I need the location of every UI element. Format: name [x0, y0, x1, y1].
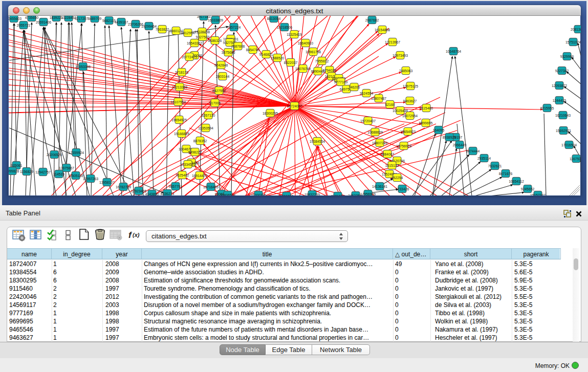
svg-text:18807249: 18807249 — [372, 141, 387, 145]
svg-text:20772475: 20772475 — [182, 55, 197, 59]
svg-text:8938928: 8938928 — [443, 136, 456, 139]
svg-text:5682115: 5682115 — [102, 19, 116, 23]
svg-text:16543362: 16543362 — [187, 41, 202, 45]
svg-text:12923465: 12923465 — [131, 189, 146, 193]
svg-text:15720407: 15720407 — [360, 119, 376, 123]
svg-text:1588520: 1588520 — [271, 56, 285, 60]
svg-text:24532561: 24532561 — [348, 194, 363, 196]
svg-text:7625402: 7625402 — [176, 173, 189, 177]
svg-text:10807487: 10807487 — [371, 97, 386, 100]
svg-text:11325419: 11325419 — [287, 33, 302, 36]
svg-text:9777169: 9777169 — [334, 80, 348, 84]
svg-text:2935114: 2935114 — [477, 157, 491, 160]
svg-text:19299464: 19299464 — [141, 25, 157, 28]
svg-text:5498222: 5498222 — [188, 150, 202, 154]
svg-text:10648764: 10648764 — [446, 50, 461, 53]
svg-text:7955812: 7955812 — [315, 59, 329, 63]
svg-text:10961758: 10961758 — [306, 50, 321, 54]
svg-text:13975125: 13975125 — [403, 84, 418, 88]
svg-text:20813640: 20813640 — [571, 28, 581, 31]
svg-text:62160: 62160 — [385, 103, 395, 106]
svg-text:(x): (x) — [133, 232, 140, 238]
svg-text:16640910: 16640910 — [298, 41, 313, 45]
svg-text:16033809: 16033809 — [208, 18, 223, 22]
svg-text:8912954: 8912954 — [181, 31, 195, 35]
svg-text:10654112: 10654112 — [509, 180, 524, 183]
svg-text:8215955: 8215955 — [540, 106, 554, 110]
svg-text:9463627: 9463627 — [403, 99, 417, 103]
svg-text:22455603: 22455603 — [9, 17, 21, 20]
svg-text:1167531: 1167531 — [570, 157, 581, 161]
svg-text:15692971: 15692971 — [556, 129, 571, 133]
svg-text:9327503: 9327503 — [196, 35, 210, 39]
svg-text:10228452: 10228452 — [61, 16, 76, 19]
svg-text:9242848: 9242848 — [214, 63, 228, 67]
svg-text:8322037: 8322037 — [284, 61, 298, 64]
svg-text:2718176: 2718176 — [175, 71, 189, 74]
svg-text:15716485: 15716485 — [203, 185, 219, 189]
svg-text:8489709: 8489709 — [88, 17, 102, 20]
svg-text:16107554: 16107554 — [170, 100, 186, 104]
svg-text:10025438: 10025438 — [393, 109, 408, 113]
svg-text:8186326: 8186326 — [208, 39, 222, 42]
svg-text:9227342: 9227342 — [555, 69, 569, 73]
svg-text:8471676: 8471676 — [499, 172, 513, 176]
svg-text:7485063: 7485063 — [399, 69, 413, 73]
svg-text:12942757: 12942757 — [35, 170, 51, 174]
svg-text:1244415: 1244415 — [553, 99, 567, 102]
svg-text:9245652: 9245652 — [521, 187, 535, 191]
svg-text:16072954: 16072954 — [402, 114, 418, 118]
svg-text:1156829: 1156829 — [20, 170, 33, 173]
svg-text:15157347: 15157347 — [530, 193, 546, 196]
svg-text:2803144: 2803144 — [216, 75, 230, 78]
svg-text:13975867: 13975867 — [59, 166, 74, 170]
svg-text:2687608: 2687608 — [231, 45, 245, 48]
svg-text:19756928: 19756928 — [396, 144, 411, 148]
svg-text:8454749: 8454749 — [246, 48, 260, 52]
svg-text:7671884: 7671884 — [331, 194, 345, 196]
svg-text:252254: 252254 — [391, 176, 403, 180]
svg-text:14136141: 14136141 — [372, 185, 387, 188]
svg-text:10334531: 10334531 — [180, 163, 195, 166]
svg-text:8813054: 8813054 — [267, 17, 281, 20]
svg-text:1999828: 1999828 — [9, 169, 19, 173]
svg-text:16154808: 16154808 — [375, 28, 390, 32]
svg-text:12093872: 12093872 — [552, 84, 567, 87]
svg-text:8878352: 8878352 — [193, 139, 207, 143]
svg-text:9115460: 9115460 — [420, 106, 433, 110]
svg-text:7632621: 7632621 — [488, 164, 502, 168]
svg-text:935061: 935061 — [11, 164, 23, 167]
svg-text:16210643: 16210643 — [555, 114, 571, 117]
svg-text:9217207: 9217207 — [75, 17, 89, 20]
svg-text:13958107: 13958107 — [99, 181, 115, 184]
svg-text:9899695: 9899695 — [419, 121, 433, 125]
svg-text:4439167: 4439167 — [115, 20, 128, 24]
svg-text:9884067: 9884067 — [381, 152, 395, 156]
svg-text:12505135: 12505135 — [68, 174, 83, 178]
svg-text:8427552: 8427552 — [212, 89, 226, 93]
svg-text:1733426: 1733426 — [396, 187, 409, 191]
svg-text:9329966: 9329966 — [560, 55, 574, 58]
svg-text:9857791: 9857791 — [169, 185, 183, 188]
svg-text:19166825: 19166825 — [174, 132, 189, 136]
svg-text:917006: 917006 — [209, 101, 221, 105]
svg-text:2066449: 2066449 — [453, 143, 467, 147]
svg-text:2055721: 2055721 — [17, 24, 31, 27]
svg-text:2087682: 2087682 — [365, 18, 379, 22]
svg-text:16782759: 16782759 — [116, 185, 131, 189]
svg-text:16914479: 16914479 — [192, 174, 207, 178]
svg-text:19384554: 19384554 — [310, 140, 325, 143]
svg-text:20691406: 20691406 — [36, 20, 51, 24]
svg-text:6794028: 6794028 — [323, 69, 337, 72]
svg-text:8336273: 8336273 — [161, 192, 175, 195]
svg-text:1615132: 1615132 — [385, 164, 399, 167]
svg-text:3875685: 3875685 — [222, 51, 235, 54]
svg-text:114519: 114519 — [53, 172, 64, 176]
svg-text:9146821: 9146821 — [259, 53, 273, 56]
svg-text:15076749: 15076749 — [295, 67, 311, 71]
svg-text:164095: 164095 — [433, 128, 445, 132]
svg-text:21200396: 21200396 — [251, 193, 266, 196]
svg-text:4143890: 4143890 — [145, 192, 159, 196]
svg-text:15751074: 15751074 — [565, 40, 581, 44]
svg-text:22806503: 22806503 — [220, 193, 235, 196]
